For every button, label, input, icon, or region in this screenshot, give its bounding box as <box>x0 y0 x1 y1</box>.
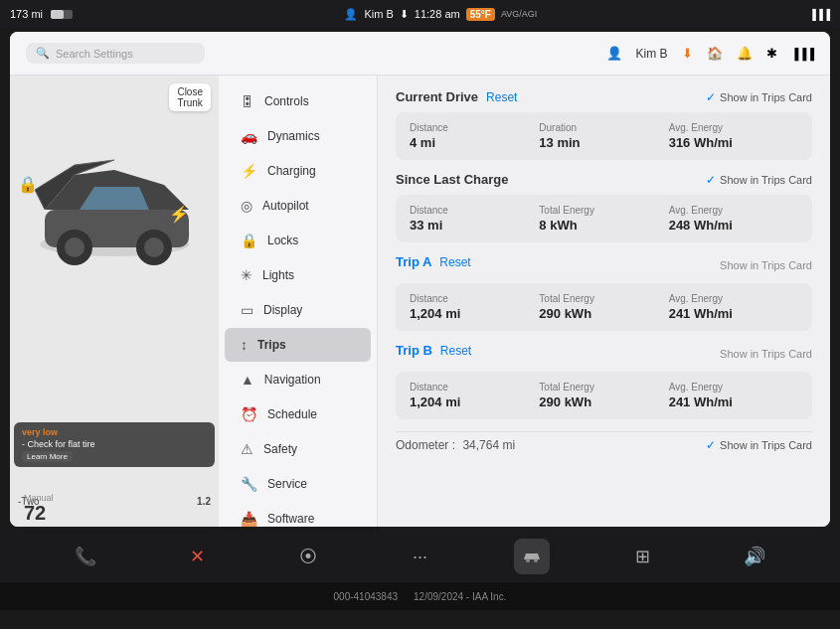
search-box[interactable]: 🔍 Search Settings <box>26 43 205 64</box>
current-drive-section: Current Drive Reset ✓ Show in Trips Card… <box>396 89 812 160</box>
camera-taskbar-button[interactable]: ⦿ <box>290 539 326 574</box>
car-taskbar-button[interactable] <box>514 539 550 574</box>
sidebar-controls-label: Controls <box>264 94 309 108</box>
navigation-icon: ▲ <box>241 372 254 388</box>
nav-home-icon[interactable]: 🏠 <box>707 46 723 61</box>
checkmark-icon: ✓ <box>706 90 716 104</box>
trunk-label: Trunk <box>177 97 203 108</box>
sidebar-item-service[interactable]: 🔧 Service <box>225 467 371 501</box>
sidebar-item-display[interactable]: ▭ Display <box>225 293 371 327</box>
current-drive-title: Current Drive <box>396 89 478 104</box>
trip-a-card: Distance 1,204 mi Total Energy 290 kWh A… <box>396 283 812 331</box>
current-drive-show-trips[interactable]: ✓ Show in Trips Card <box>706 90 812 104</box>
trip-a-total-energy-value: 290 kWh <box>539 306 668 321</box>
status-time: 11:28 am <box>415 8 460 20</box>
trip-b-total-energy: Total Energy 290 kWh <box>539 382 668 409</box>
status-right: ▐▐▐ <box>809 9 830 20</box>
user-icon-status: 👤 <box>344 8 358 21</box>
trip-b-avg-energy-value: 241 Wh/mi <box>669 394 798 409</box>
current-drive-header: Current Drive Reset ✓ Show in Trips Card <box>396 89 812 104</box>
trip-a-label[interactable]: Trip A <box>396 254 431 269</box>
schedule-icon: ⏰ <box>241 406 257 422</box>
since-total-energy-label: Total Energy <box>539 205 668 216</box>
odometer-show-trips[interactable]: ✓ Show in Trips Card <box>706 438 812 452</box>
sidebar-item-controls[interactable]: 🎛 Controls <box>225 84 371 118</box>
charging-icon: ⚡ <box>241 163 257 179</box>
since-distance-label: Distance <box>410 205 539 216</box>
nav-bluetooth-icon[interactable]: ✱ <box>766 46 777 61</box>
grid-taskbar-button[interactable]: ⊞ <box>625 539 661 574</box>
trip-b-label[interactable]: Trip B <box>396 343 432 358</box>
trip-a-label-row: Trip A Reset <box>396 254 471 269</box>
current-drive-distance: Distance 4 mi <box>410 122 539 150</box>
phone-taskbar-button[interactable]: 📞 <box>68 539 103 574</box>
current-drive-energy-value: 316 Wh/mi <box>669 135 798 150</box>
close-label: Close <box>177 86 203 97</box>
svg-text:⚡: ⚡ <box>169 205 189 224</box>
trip-b-reset-button[interactable]: Reset <box>440 344 471 358</box>
speed-overlay: Manual 72 <box>24 493 54 523</box>
trip-b-distance-label: Distance <box>410 382 539 393</box>
odometer-info: Odometer : 34,764 mi <box>396 438 515 452</box>
nav-user-name: Kim B <box>636 47 668 61</box>
current-drive-card: Distance 4 mi Duration 13 min Avg. Energ… <box>396 112 812 160</box>
tire-value: 1.2 <box>197 496 211 507</box>
autopilot-icon: ◎ <box>241 198 252 214</box>
trip-a-distance-value: 1,204 mi <box>410 306 539 321</box>
dynamics-icon: 🚗 <box>241 128 257 144</box>
car-taskbar-icon <box>521 546 543 567</box>
trip-a-reset-button[interactable]: Reset <box>439 255 470 269</box>
sidebar-item-dynamics[interactable]: 🚗 Dynamics <box>225 119 371 153</box>
current-drive-duration-label: Duration <box>539 122 668 133</box>
trip-b-total-energy-label: Total Energy <box>539 382 668 393</box>
sidebar-item-navigation[interactable]: ▲ Navigation <box>225 363 371 396</box>
close-taskbar-button[interactable]: ✕ <box>179 539 215 574</box>
sidebar-item-safety[interactable]: ⚠ Safety <box>225 432 371 466</box>
current-drive-stats: Distance 4 mi Duration 13 min Avg. Energ… <box>410 122 798 150</box>
trip-a-avg-energy: Avg. Energy 241 Wh/mi <box>669 293 798 321</box>
sidebar-item-charging[interactable]: ⚡ Charging <box>225 154 371 188</box>
display-icon: ▭ <box>241 302 253 318</box>
since-avg-energy-value: 248 Wh/mi <box>669 218 798 233</box>
current-drive-distance-value: 4 mi <box>410 135 539 150</box>
trip-b-distance-value: 1,204 mi <box>410 394 539 409</box>
current-drive-show-trips-label: Show in Trips Card <box>720 91 812 103</box>
nav-download-icon[interactable]: ⬇ <box>682 46 693 61</box>
learn-more-button[interactable]: Learn More <box>22 451 73 462</box>
car-svg: ⚡ <box>25 115 204 274</box>
more-taskbar-button[interactable]: ··· <box>402 539 437 574</box>
nav-bell-icon[interactable]: 🔔 <box>737 46 753 61</box>
car-panel: Close Trunk 🔒 <box>10 76 219 527</box>
trip-a-show-trips-label: Show in Trips Card <box>720 259 812 271</box>
sidebar-safety-label: Safety <box>263 442 297 456</box>
current-drive-reset-button[interactable]: Reset <box>486 90 517 104</box>
trip-a-stats: Distance 1,204 mi Total Energy 290 kWh A… <box>410 293 798 321</box>
service-icon: 🔧 <box>241 476 257 492</box>
trip-a-section: Trip A Reset Show in Trips Card Distance… <box>396 254 812 331</box>
bottom-info-bar: 000-41043843 12/09/2024 - IAA Inc. <box>0 582 840 610</box>
battery-fill <box>51 10 64 19</box>
sidebar-item-autopilot[interactable]: ◎ Autopilot <box>225 189 371 223</box>
trip-b-avg-energy: Avg. Energy 241 Wh/mi <box>669 382 798 409</box>
status-center: 👤 Kim B ⬇ 11:28 am 55°F AVG/AGI <box>344 8 537 21</box>
current-drive-energy-label: Avg. Energy <box>669 122 798 133</box>
sidebar-item-locks[interactable]: 🔒 Locks <box>225 224 371 257</box>
since-avg-energy: Avg. Energy 248 Wh/mi <box>669 205 798 233</box>
since-distance: Distance 33 mi <box>410 205 539 233</box>
search-icon: 🔍 <box>36 47 50 60</box>
close-trunk-button[interactable]: Close Trunk <box>169 83 211 111</box>
since-distance-value: 33 mi <box>410 218 539 233</box>
volume-icon[interactable]: 🔊 <box>737 539 772 574</box>
trips-icon: ↕ <box>241 337 248 353</box>
sidebar-display-label: Display <box>263 303 302 317</box>
sidebar-item-lights[interactable]: ✳ Lights <box>225 258 371 292</box>
since-last-charge-show-trips[interactable]: ✓ Show in Trips Card <box>706 173 812 187</box>
bottom-taskbar: 📞 ✕ ⦿ ··· ⊞ 🔊 <box>0 531 840 582</box>
sidebar-item-trips[interactable]: ↕ Trips <box>225 328 371 362</box>
status-user-name: Kim B <box>364 8 393 20</box>
sidebar-item-schedule[interactable]: ⏰ Schedule <box>225 397 371 431</box>
checkmark-icon3: ✓ <box>706 438 716 452</box>
speed-value: 72 <box>24 503 54 523</box>
nav-icons: 👤 Kim B ⬇ 🏠 🔔 ✱ ▐▐▐ <box>606 46 814 61</box>
sidebar-item-software[interactable]: 📥 Software <box>225 502 371 527</box>
